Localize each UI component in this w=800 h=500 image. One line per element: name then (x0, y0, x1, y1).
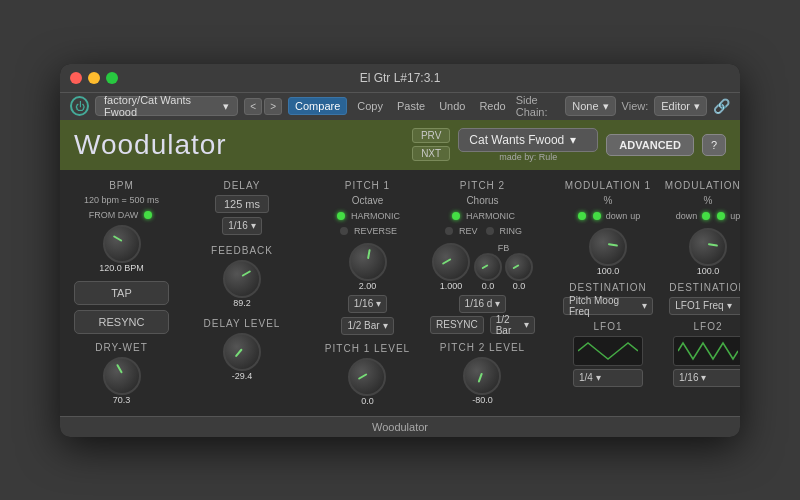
pitch1-reverse-row: REVERSE (338, 225, 397, 237)
pitch2-subtitle: Chorus (466, 195, 498, 206)
resync-button[interactable]: RESYNC (74, 310, 169, 334)
bpm-knob[interactable] (103, 225, 141, 263)
dry-wet-title: DRY-WET (95, 342, 148, 353)
window-title: El Gtr L#17:3.1 (360, 71, 441, 85)
nav-back-button[interactable]: < (244, 98, 262, 115)
pitch1-level-title: PITCH 1 LEVEL (325, 343, 410, 354)
mod1-destination-label: DESTINATION (563, 282, 653, 293)
dry-wet-knob[interactable] (103, 357, 141, 395)
mod2-destination-label: DESTINATION (669, 282, 740, 293)
mod1-section: MODULATION 1 % down up 100.0 DESTINATION… (563, 180, 653, 406)
lfo1-title: LFO1 (573, 321, 643, 332)
pitch1-level-knob[interactable] (348, 358, 386, 396)
pitch2-ring-led[interactable] (486, 227, 494, 235)
bottom-plugin-name: Woodulator (372, 421, 428, 433)
preset-selector: Cat Wants Fwood ▾ made by: Rule (458, 128, 598, 162)
pitch2-level-knob[interactable] (463, 357, 501, 395)
tap-button[interactable]: TAP (74, 281, 169, 305)
help-button[interactable]: ? (702, 134, 726, 156)
lfo1-rate-dropdown[interactable]: 1/4 ▾ (573, 369, 643, 387)
view-dropdown[interactable]: Editor ▾ (654, 96, 707, 116)
mod1-knob[interactable] (589, 228, 627, 266)
pitch1-delay-dropdown[interactable]: 1/16 ▾ (348, 295, 387, 313)
mod1-led2[interactable] (593, 212, 601, 220)
preset-name-dropdown[interactable]: Cat Wants Fwood ▾ (458, 128, 598, 152)
mod2-title: MODULATION 2 (665, 180, 740, 191)
delay-title: DELAY (223, 180, 260, 191)
pitch2-knob[interactable] (432, 243, 470, 281)
pitch2-resync-dropdowns: RESYNC 1/2 Bar ▾ (430, 316, 535, 334)
nxt-button[interactable]: NXT (412, 146, 450, 161)
pitch2-fb2-knob[interactable] (505, 253, 533, 281)
mod2-destination: DESTINATION LFO1 Freq ▾ (669, 282, 740, 315)
mod2-led2[interactable] (717, 212, 725, 220)
feedback-title: FEEDBACK (211, 245, 273, 256)
advanced-button[interactable]: ADVANCED (606, 134, 694, 156)
nav-forward-button[interactable]: > (264, 98, 282, 115)
pitch2-resync2-dropdown[interactable]: 1/2 Bar ▾ (490, 316, 535, 334)
mod1-destination-dropdown[interactable]: Pitch Moog Freq ▾ (563, 297, 653, 315)
pitch1-resync-row: 1/2 Bar ▾ (341, 317, 393, 335)
dry-wet-container: DRY-WET 70.3 (95, 342, 148, 405)
mod2-destination-dropdown[interactable]: LFO1 Freq ▾ (669, 297, 740, 315)
prv-button[interactable]: PRV (412, 128, 450, 143)
pitch2-resync1-dropdown[interactable]: RESYNC (430, 316, 484, 334)
delay-division-dropdown[interactable]: 1/16 ▾ (222, 217, 261, 235)
compare-button[interactable]: Compare (288, 97, 347, 115)
mod2-led1[interactable] (702, 212, 710, 220)
toolbar: ⏻ factory/Cat Wants Fwood ▾ < > Compare … (60, 92, 740, 120)
pitch2-delay-dropdown[interactable]: 1/16 d ▾ (459, 295, 507, 313)
mod2-section: MODULATION 2 % down up 100.0 DESTINATION… (663, 180, 740, 406)
dry-wet-value: 70.3 (113, 395, 131, 405)
bottom-bar: Woodulator (60, 416, 740, 437)
redo-button[interactable]: Redo (475, 98, 509, 114)
mod2-knob[interactable] (689, 228, 727, 266)
pitch2-fb1-value: 0.0 (482, 281, 495, 291)
preset-dropdown[interactable]: factory/Cat Wants Fwood ▾ (95, 96, 238, 116)
mod1-unit: % (604, 195, 613, 206)
delay-value-display: 125 ms (215, 195, 269, 213)
pitch2-fb1-knob[interactable] (474, 253, 502, 281)
pitch1-level-value: 0.0 (361, 396, 374, 406)
plugin-window: El Gtr L#17:3.1 ⏻ factory/Cat Wants Fwoo… (60, 64, 740, 437)
feedback-value: 89.2 (233, 298, 251, 308)
paste-button[interactable]: Paste (393, 98, 429, 114)
pitch2-rev-led[interactable] (445, 227, 453, 235)
minimize-button[interactable] (88, 72, 100, 84)
pitch2-title: PITCH 2 (460, 180, 505, 191)
undo-button[interactable]: Undo (435, 98, 469, 114)
pitch2-harmonic-led[interactable] (452, 212, 460, 220)
lfo1-container: LFO1 1/4 ▾ (573, 321, 643, 387)
plugin-name: Woodulator (74, 129, 227, 161)
close-button[interactable] (70, 72, 82, 84)
pitch1-harmonic-led[interactable] (337, 212, 345, 220)
pitch1-reverse-led[interactable] (340, 227, 348, 235)
from-daw-led[interactable] (144, 211, 152, 219)
delay-level-knob[interactable] (223, 333, 261, 371)
power-button[interactable]: ⏻ (70, 96, 89, 116)
from-daw-row: FROM DAW (89, 209, 155, 221)
title-bar: El Gtr L#17:3.1 (60, 64, 740, 92)
pitch1-title: PITCH 1 (345, 180, 390, 191)
mod1-led1[interactable] (578, 212, 586, 220)
pitch2-fb-col: FB 0.0 0.0 (474, 243, 533, 291)
feedback-knob[interactable] (223, 260, 261, 298)
copy-button[interactable]: Copy (353, 98, 387, 114)
toolbar-right: Side Chain: None ▾ View: Editor ▾ 🔗 (516, 94, 730, 118)
bpm-value: 120.0 BPM (99, 263, 144, 273)
view-label: View: (622, 100, 649, 112)
delay-level-container: DELAY LEVEL -29.4 (204, 318, 281, 381)
bpm-knob-container: 120.0 BPM (99, 225, 144, 273)
pitch2-section: PITCH 2 Chorus HARMONIC REV RING 1 (430, 180, 535, 406)
pitch2-level-title: PITCH 2 LEVEL (440, 342, 525, 353)
pitch2-value: 1.000 (440, 281, 463, 291)
maximize-button[interactable] (106, 72, 118, 84)
link-icon[interactable]: 🔗 (713, 98, 730, 114)
pitch2-knobs-row: 1.000 FB 0.0 0.0 (432, 243, 533, 291)
lfo2-rate-dropdown[interactable]: 1/16 ▾ (673, 369, 740, 387)
sidechain-dropdown[interactable]: None ▾ (565, 96, 615, 116)
pitch1-knob[interactable] (349, 243, 387, 281)
delay-level-value: -29.4 (232, 371, 253, 381)
pitch1-resync-dropdown[interactable]: 1/2 Bar ▾ (341, 317, 393, 335)
plugin-header: Woodulator PRV NXT Cat Wants Fwood ▾ mad… (60, 120, 740, 170)
